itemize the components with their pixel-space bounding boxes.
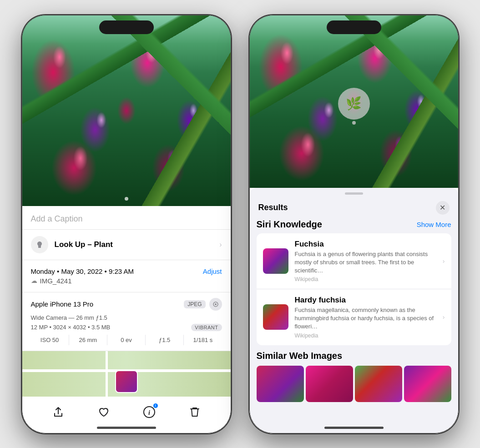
location-icon: [209, 298, 222, 311]
similar-image-2[interactable]: [306, 366, 353, 402]
vibrant-badge: VIBRANT: [191, 324, 222, 331]
similar-images-title: Similar Web Images: [257, 351, 451, 361]
visual-search-leaf-icon: 🌿: [346, 96, 362, 111]
hardy-text: Hardy fuchsia Fuchsia magellanica, commo…: [295, 296, 436, 339]
fuchsia-thumbnail: [263, 248, 288, 274]
map-thumbnail-photo: [115, 370, 138, 393]
hardy-desc: Fuchsia magellanica, commonly known as t…: [295, 306, 436, 331]
knowledge-item-hardy[interactable]: Hardy fuchsia Fuchsia magellanica, commo…: [257, 289, 451, 345]
lookup-dash: –: [87, 240, 94, 249]
similar-web-images-section: Similar Web Images: [249, 351, 459, 402]
exif-shutter: 1/181 s: [184, 335, 222, 345]
camera-specs: Wide Camera — 26 mm ƒ1.5: [31, 314, 222, 321]
map-preview[interactable]: [22, 351, 231, 397]
filename-row: ☁ IMG_4241: [31, 277, 222, 285]
similar-images-grid: [257, 366, 451, 402]
results-panel: Results ✕ Siri Knowledge Show More: [249, 188, 459, 433]
lookup-icon: [31, 236, 48, 253]
close-button[interactable]: ✕: [436, 201, 450, 215]
photo-display-2: 🌿: [249, 15, 459, 188]
caption-input[interactable]: Add a Caption: [22, 206, 231, 230]
lookup-label: Look Up: [55, 240, 86, 249]
info-button[interactable]: i i: [139, 402, 159, 422]
dynamic-island-2: [327, 20, 381, 34]
show-more-button[interactable]: Show More: [417, 221, 451, 228]
dynamic-island: [99, 20, 154, 34]
exif-iso: ISO 50: [31, 335, 69, 345]
info-badge: i: [155, 404, 156, 407]
photo-date: Monday • May 30, 2022 • 9:23 AM: [31, 267, 134, 275]
bottom-toolbar: i i: [22, 402, 231, 422]
hardy-chevron-icon: ›: [443, 313, 445, 321]
adjust-button[interactable]: Adjust: [203, 267, 222, 275]
phone1-screen: Add a Caption Look Up – Plant: [22, 15, 231, 433]
resolution: 12 MP • 3024 × 4032 • 3.5 MB: [31, 324, 111, 331]
phone-1: Add a Caption Look Up – Plant: [22, 15, 231, 433]
phone-2: 🌿 Results ✕ Siri Knowledge S: [249, 15, 459, 433]
lookup-text: Look Up – Plant: [55, 240, 113, 249]
knowledge-card: Fuchsia Fuchsia is a genus of flowering …: [257, 233, 451, 345]
hardy-name: Hardy fuchsia: [295, 296, 436, 305]
exif-ev: 0 ev: [107, 335, 146, 345]
similar-image-3[interactable]: [355, 366, 402, 402]
cloud-icon: ☁: [31, 277, 37, 284]
home-indicator-2: [324, 427, 384, 429]
knowledge-item-fuchsia[interactable]: Fuchsia Fuchsia is a genus of flowering …: [257, 233, 451, 289]
home-indicator: [97, 427, 156, 429]
photo-display[interactable]: [22, 15, 231, 206]
page-dot: [125, 197, 128, 201]
device-section: Apple iPhone 13 Pro JPEG Wide Camera: [22, 292, 231, 351]
exif-row: ISO 50 26 mm 0 ev ƒ1.5 1/181 s: [31, 335, 222, 345]
svg-point-1: [215, 303, 217, 305]
favorite-button[interactable]: [94, 402, 114, 422]
siri-knowledge-section: Siri Knowledge Show More Fuchsia Fuchsia…: [249, 219, 459, 345]
fuchsia-source: Wikipedia: [295, 276, 436, 282]
fuchsia-chevron-icon: ›: [443, 257, 445, 265]
results-title: Results: [258, 203, 288, 212]
lookup-chevron-icon: ›: [219, 241, 222, 249]
exif-focal: 26 mm: [69, 335, 107, 345]
similar-image-1[interactable]: [257, 366, 304, 402]
similar-image-4[interactable]: [404, 366, 451, 402]
device-name: Apple iPhone 13 Pro: [31, 300, 94, 308]
format-badge: JPEG: [184, 300, 205, 308]
visual-search-indicator[interactable]: 🌿: [338, 88, 370, 120]
hardy-thumbnail: [263, 304, 288, 330]
filename: IMG_4241: [40, 277, 72, 285]
meta-section: Monday • May 30, 2022 • 9:23 AM Adjust ☁…: [22, 260, 231, 292]
lookup-subject: Plant: [94, 240, 113, 249]
fuchsia-text: Fuchsia Fuchsia is a genus of flowering …: [295, 240, 436, 283]
siri-knowledge-title: Siri Knowledge: [257, 219, 322, 230]
visual-search-dot: [352, 121, 356, 125]
lookup-row[interactable]: Look Up – Plant ›: [22, 230, 231, 260]
hardy-source: Wikipedia: [295, 332, 436, 339]
exif-aperture: ƒ1.5: [146, 335, 184, 345]
results-header: Results ✕: [249, 195, 459, 219]
share-button[interactable]: [48, 402, 68, 422]
caption-placeholder: Add a Caption: [31, 214, 83, 223]
fuchsia-name: Fuchsia: [295, 240, 436, 249]
phone2-screen: 🌿 Results ✕ Siri Knowledge S: [249, 15, 459, 433]
fuchsia-desc: Fuchsia is a genus of flowering plants t…: [295, 250, 436, 275]
delete-button[interactable]: [185, 402, 205, 422]
svg-text:i: i: [148, 409, 150, 416]
